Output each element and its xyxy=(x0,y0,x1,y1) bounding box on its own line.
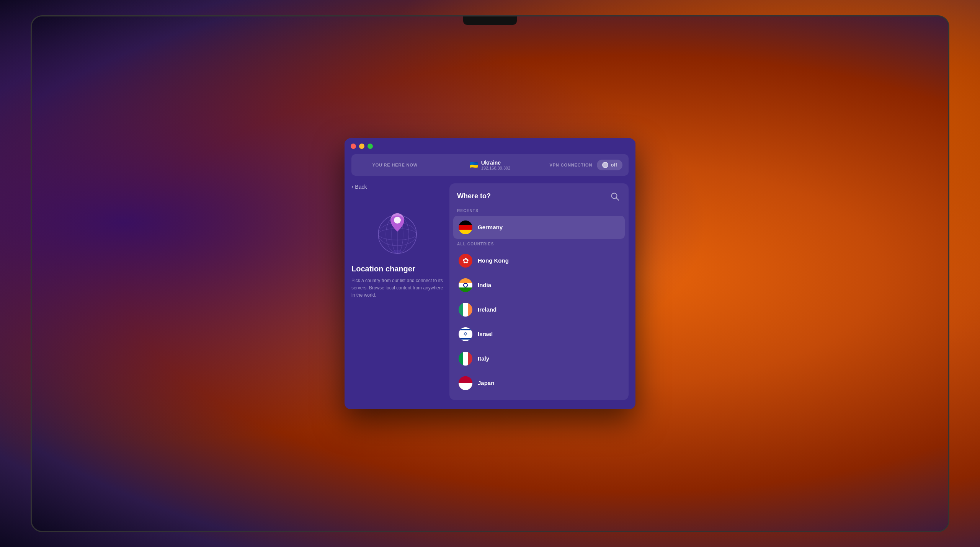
back-button[interactable]: ‹ Back xyxy=(351,183,443,190)
flag-ireland xyxy=(459,303,472,317)
vpn-label: VPN CONNECTION xyxy=(549,163,592,167)
ukraine-flag: 🇺🇦 xyxy=(470,161,478,169)
current-ip: 192.168.39.392 xyxy=(481,166,510,170)
where-to-title: Where to? xyxy=(457,192,491,200)
back-arrow-icon: ‹ xyxy=(351,183,353,190)
current-country-info: Ukraine 192.168.39.392 xyxy=(481,160,510,170)
close-button[interactable] xyxy=(351,144,356,149)
flag-japan xyxy=(459,376,472,390)
status-bar: YOU'RE HERE NOW 🇺🇦 Ukraine 192.168.39.39… xyxy=(351,154,629,176)
you-are-here-section: YOU'RE HERE NOW xyxy=(358,163,433,167)
vpn-toggle[interactable]: off xyxy=(597,160,622,170)
current-location-section: 🇺🇦 Ukraine 192.168.39.392 xyxy=(445,160,535,170)
country-name-japan: Japan xyxy=(478,380,494,386)
title-bar xyxy=(345,138,635,154)
monitor-frame: YOU'RE HERE NOW 🇺🇦 Ukraine 192.168.39.39… xyxy=(31,15,949,532)
maximize-button[interactable] xyxy=(368,144,373,149)
country-item-italy[interactable]: Italy xyxy=(453,347,625,370)
svg-point-6 xyxy=(393,250,402,253)
you-are-here-label: YOU'RE HERE NOW xyxy=(372,163,418,167)
country-name-israel: Israel xyxy=(478,331,493,337)
left-panel: ‹ Back xyxy=(351,183,443,400)
flag-hong-kong: ✿ xyxy=(459,254,472,268)
country-item-india[interactable]: India xyxy=(453,274,625,297)
location-changer-desc: Pick a country from our list and connect… xyxy=(351,277,443,299)
country-list: RECENTS Germany ALL COUNTRIES ✿ Hong Kon… xyxy=(449,207,629,400)
country-name-germany: Germany xyxy=(478,224,503,230)
recents-label: RECENTS xyxy=(453,207,625,216)
main-content: ‹ Back xyxy=(345,176,635,409)
flag-israel: ✡ xyxy=(459,327,472,341)
country-item-ireland[interactable]: Ireland xyxy=(453,298,625,321)
search-button[interactable] xyxy=(609,190,621,202)
status-divider-1 xyxy=(439,158,439,172)
country-item-germany[interactable]: Germany xyxy=(453,216,625,239)
country-item-japan[interactable]: Japan xyxy=(453,372,625,395)
back-label: Back xyxy=(355,184,367,190)
country-name-hong-kong: Hong Kong xyxy=(478,257,509,264)
country-item-israel[interactable]: ✡ Israel xyxy=(453,323,625,346)
app-window: YOU'RE HERE NOW 🇺🇦 Ukraine 192.168.39.39… xyxy=(345,138,635,409)
minimize-button[interactable] xyxy=(359,144,364,149)
country-name-ireland: Ireland xyxy=(478,306,497,313)
country-name-italy: Italy xyxy=(478,355,489,362)
flag-italy xyxy=(459,352,472,366)
country-name-india: India xyxy=(478,282,491,288)
vpn-section: VPN CONNECTION off xyxy=(547,160,622,170)
flag-germany xyxy=(459,220,472,234)
toggle-circle xyxy=(602,162,608,168)
location-changer-title: Location changer xyxy=(351,265,443,273)
current-country-name: Ukraine xyxy=(481,160,510,166)
flag-india xyxy=(459,278,472,292)
svg-line-9 xyxy=(616,198,619,200)
toggle-text: off xyxy=(611,162,617,168)
right-panel: Where to? RECENTS Germany xyxy=(449,183,629,400)
globe-illustration xyxy=(372,206,422,255)
svg-point-7 xyxy=(394,217,401,224)
right-panel-header: Where to? xyxy=(449,183,629,207)
all-countries-label: ALL COUNTRIES xyxy=(453,240,625,249)
status-divider-2 xyxy=(541,158,541,172)
country-item-hong-kong[interactable]: ✿ Hong Kong xyxy=(453,249,625,272)
